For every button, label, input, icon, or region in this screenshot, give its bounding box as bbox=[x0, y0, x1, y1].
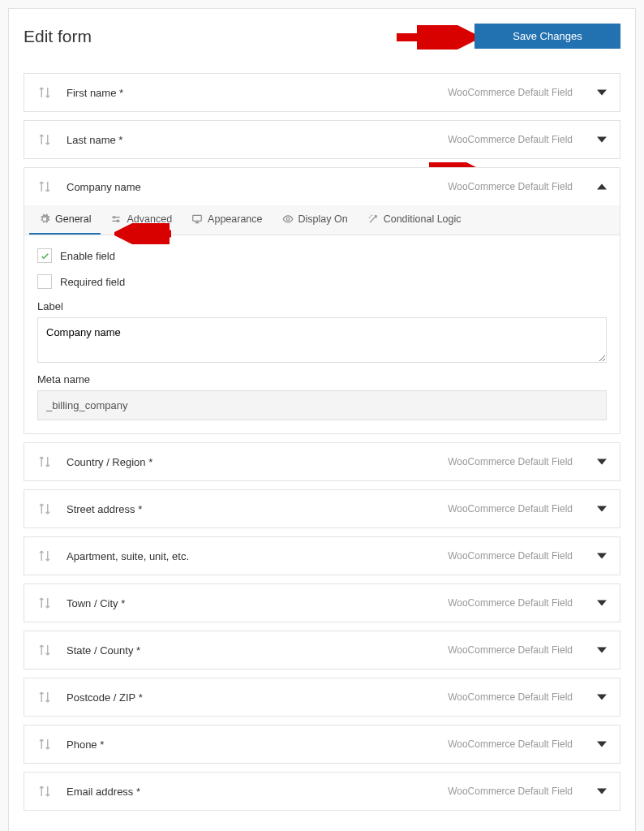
field-label: Town / City * bbox=[67, 597, 448, 609]
field-badge: WooCommerce Default Field bbox=[448, 134, 573, 145]
sliders-icon bbox=[110, 213, 122, 225]
field-row-company[interactable]: Company name WooCommerce Default Field bbox=[24, 167, 620, 205]
fields-list-top: First name * WooCommerce Default Field L… bbox=[24, 73, 620, 159]
chevron-down-icon[interactable] bbox=[597, 598, 607, 608]
field-row-email[interactable]: Email address * WooCommerce Default Fiel… bbox=[24, 772, 620, 811]
field-label: Phone * bbox=[67, 738, 448, 751]
svg-marker-16 bbox=[597, 600, 607, 605]
meta-name-input bbox=[37, 390, 607, 420]
tab-label: General bbox=[55, 213, 91, 225]
drag-handle-icon[interactable] bbox=[37, 454, 52, 469]
field-row-street[interactable]: Street address * WooCommerce Default Fie… bbox=[24, 489, 620, 528]
drag-handle-icon[interactable] bbox=[37, 502, 52, 516]
field-badge: WooCommerce Default Field bbox=[448, 691, 573, 703]
svg-marker-20 bbox=[597, 788, 607, 794]
magic-wand-icon bbox=[367, 213, 379, 225]
field-settings-panel: General Advanced Appearance bbox=[24, 205, 620, 434]
label-input[interactable] bbox=[37, 317, 607, 363]
field-badge: WooCommerce Default Field bbox=[448, 644, 573, 656]
tab-advanced[interactable]: Advanced bbox=[101, 205, 182, 235]
field-badge: WooCommerce Default Field bbox=[448, 738, 573, 750]
svg-marker-2 bbox=[597, 89, 607, 95]
edit-form-panel: Edit form Save Changes First name * WooC… bbox=[8, 8, 636, 831]
enable-field-label: Enable field bbox=[60, 250, 115, 262]
field-badge: WooCommerce Default Field bbox=[448, 87, 573, 98]
field-label: Country / Region * bbox=[67, 456, 448, 468]
svg-marker-15 bbox=[597, 553, 607, 558]
tab-label: Appearance bbox=[208, 213, 262, 225]
chevron-up-icon[interactable] bbox=[597, 182, 607, 192]
chevron-down-icon[interactable] bbox=[597, 551, 607, 561]
tab-label: Conditional Logic bbox=[384, 213, 462, 225]
svg-marker-6 bbox=[597, 183, 607, 189]
field-badge: WooCommerce Default Field bbox=[448, 786, 573, 797]
drag-handle-icon[interactable] bbox=[37, 784, 52, 799]
chevron-down-icon[interactable] bbox=[597, 739, 607, 749]
svg-marker-17 bbox=[597, 647, 607, 652]
drag-handle-icon[interactable] bbox=[37, 690, 52, 704]
gear-icon bbox=[39, 213, 50, 225]
enable-field-checkbox[interactable] bbox=[37, 248, 52, 263]
required-field-label: Required field bbox=[60, 276, 125, 288]
drag-handle-icon[interactable] bbox=[37, 549, 52, 563]
meta-name-heading: Meta name bbox=[37, 373, 607, 385]
field-row-last-name[interactable]: Last name * WooCommerce Default Field bbox=[24, 120, 620, 159]
save-button[interactable]: Save Changes bbox=[474, 24, 620, 49]
chevron-down-icon[interactable] bbox=[597, 645, 607, 655]
tab-display-on[interactable]: Display On bbox=[273, 205, 358, 235]
svg-point-7 bbox=[114, 217, 115, 218]
drag-handle-icon[interactable] bbox=[37, 85, 52, 100]
svg-point-8 bbox=[118, 220, 119, 222]
chevron-down-icon[interactable] bbox=[597, 457, 607, 467]
drag-handle-icon[interactable] bbox=[37, 737, 52, 751]
monitor-icon bbox=[191, 213, 203, 225]
field-badge: WooCommerce Default Field bbox=[448, 181, 573, 192]
settings-tabs: General Advanced Appearance bbox=[24, 205, 620, 235]
field-badge: WooCommerce Default Field bbox=[448, 456, 573, 467]
tab-appearance[interactable]: Appearance bbox=[182, 205, 272, 235]
field-label: First name * bbox=[67, 87, 448, 99]
svg-point-10 bbox=[286, 217, 290, 221]
svg-rect-9 bbox=[193, 215, 202, 221]
chevron-down-icon[interactable] bbox=[597, 88, 607, 97]
eye-icon bbox=[282, 213, 294, 225]
field-label: Street address * bbox=[67, 503, 448, 515]
svg-marker-3 bbox=[597, 136, 607, 142]
chevron-down-icon[interactable] bbox=[597, 504, 607, 514]
drag-handle-icon[interactable] bbox=[37, 179, 52, 194]
tab-label: Advanced bbox=[127, 213, 172, 225]
svg-marker-14 bbox=[597, 506, 607, 511]
field-badge: WooCommerce Default Field bbox=[448, 597, 573, 609]
field-label: Company name bbox=[67, 181, 448, 193]
field-row-first-name[interactable]: First name * WooCommerce Default Field bbox=[24, 73, 620, 112]
tab-body-general: Enable field ✓ Required field Label Meta… bbox=[24, 235, 620, 433]
tab-conditional-logic[interactable]: Conditional Logic bbox=[358, 205, 471, 235]
page-title: Edit form bbox=[24, 27, 92, 46]
required-field-checkbox[interactable]: ✓ bbox=[37, 274, 52, 289]
svg-marker-18 bbox=[597, 694, 607, 700]
field-row-phone[interactable]: Phone * WooCommerce Default Field bbox=[24, 725, 620, 764]
field-badge: WooCommerce Default Field bbox=[448, 550, 573, 562]
field-row-town[interactable]: Town / City * WooCommerce Default Field bbox=[24, 583, 620, 622]
field-label: Email address * bbox=[67, 786, 448, 798]
drag-handle-icon[interactable] bbox=[37, 643, 52, 657]
drag-handle-icon[interactable] bbox=[37, 132, 52, 147]
field-label: Last name * bbox=[67, 134, 448, 146]
fields-list-bottom: Country / Region * WooCommerce Default F… bbox=[24, 442, 620, 811]
field-row-state[interactable]: State / County * WooCommerce Default Fie… bbox=[24, 631, 620, 670]
chevron-down-icon[interactable] bbox=[597, 692, 607, 702]
field-label: Postcode / ZIP * bbox=[67, 691, 448, 704]
field-row-postcode[interactable]: Postcode / ZIP * WooCommerce Default Fie… bbox=[24, 678, 620, 717]
field-row-country[interactable]: Country / Region * WooCommerce Default F… bbox=[24, 442, 620, 481]
svg-marker-13 bbox=[597, 459, 607, 464]
tab-label: Display On bbox=[298, 213, 348, 225]
drag-handle-icon[interactable] bbox=[37, 596, 52, 610]
chevron-down-icon[interactable] bbox=[597, 786, 607, 796]
field-label: Apartment, suite, unit, etc. bbox=[67, 550, 448, 562]
field-row-apartment[interactable]: Apartment, suite, unit, etc. WooCommerce… bbox=[24, 536, 620, 575]
svg-marker-19 bbox=[597, 741, 607, 747]
field-badge: WooCommerce Default Field bbox=[448, 503, 573, 515]
tab-general[interactable]: General bbox=[29, 205, 101, 235]
chevron-down-icon[interactable] bbox=[597, 135, 607, 144]
label-heading: Label bbox=[37, 300, 607, 312]
